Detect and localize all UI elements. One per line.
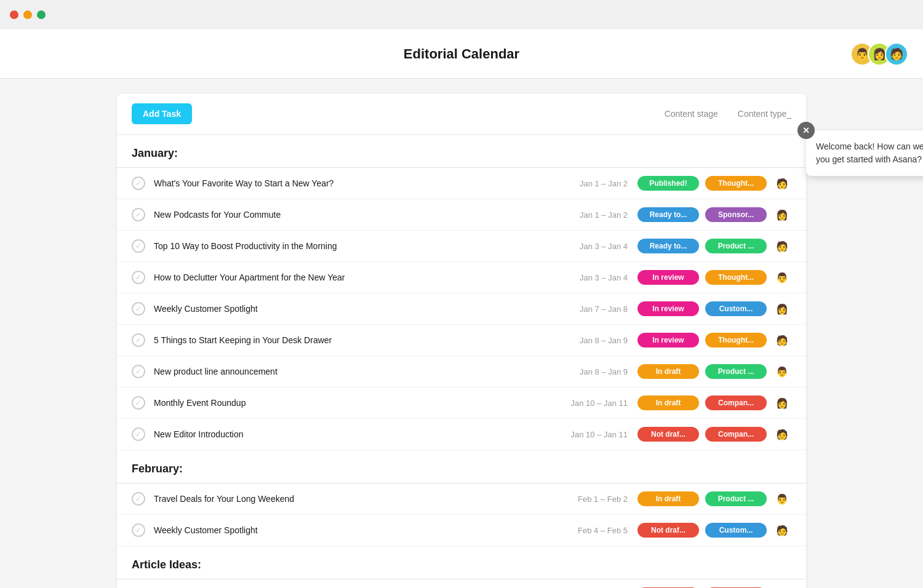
toolbar: Add Task Content stage Content type_	[117, 93, 806, 135]
task-row: ✓Monthly Event RoundupJan 10 – Jan 11In …	[117, 387, 806, 419]
task-date: Feb 1 – Feb 2	[548, 495, 628, 504]
add-task-button[interactable]: Add Task	[132, 103, 192, 124]
status-badge[interactable]: Not draf...	[637, 523, 699, 538]
task-title: New Editor Introduction	[154, 429, 548, 439]
avatar[interactable]: 🧑	[773, 174, 791, 193]
task-title: Monthly Event Roundup	[154, 398, 548, 408]
content-stage-filter[interactable]: Content stage	[665, 109, 718, 119]
section-header: January:	[117, 135, 806, 168]
chat-message: Welcome back! How can we help you get st…	[816, 141, 923, 164]
section-header: February:	[117, 450, 806, 483]
task-row: ✓Weekly Customer SpotlightFeb 4 – Feb 5N…	[117, 515, 806, 546]
task-row: ✓Weekly Customer SpotlightJan 7 – Jan 8I…	[117, 293, 806, 325]
section: January:✓What's Your Favorite Way to Sta…	[117, 135, 806, 450]
task-row: ✓New Podcasts for Your CommuteJan 1 – Ja…	[117, 199, 806, 231]
content-type-filter[interactable]: Content type_	[738, 109, 791, 119]
minimize-window-button[interactable]	[23, 10, 32, 19]
content-type-badge[interactable]: Thought...	[705, 176, 767, 191]
task-check-button[interactable]: ✓	[132, 302, 145, 316]
content-type-badge[interactable]: Thought...	[705, 333, 767, 348]
sections-container: January:✓What's Your Favorite Way to Sta…	[117, 135, 806, 588]
status-badge[interactable]: In draft	[637, 395, 699, 410]
avatar[interactable]: 👨	[773, 362, 791, 381]
avatar[interactable]: 🧑	[885, 42, 908, 66]
task-check-button[interactable]: ✓	[132, 208, 145, 221]
content-type-badge[interactable]: Compan...	[705, 395, 767, 410]
avatar[interactable]: 🧑	[773, 425, 791, 443]
content-type-badge[interactable]: Custom...	[705, 523, 767, 538]
avatar[interactable]: 🧑	[773, 237, 791, 255]
task-date: Jan 8 – Jan 9	[548, 367, 628, 376]
chat-popup: ✕ Welcome back! How can we help you get …	[806, 130, 923, 176]
task-check-button[interactable]: ✓	[132, 427, 145, 441]
status-badge[interactable]: Not draf...	[637, 427, 699, 442]
task-title: New product line announcement	[154, 367, 548, 376]
task-date: Jan 10 – Jan 11	[548, 399, 628, 408]
task-check-button[interactable]: ✓	[132, 333, 145, 347]
avatar[interactable]: 👨	[773, 490, 791, 508]
task-check-button[interactable]: ✓	[132, 492, 145, 506]
toolbar-filters: Content stage Content type_	[665, 109, 791, 119]
content-type-badge[interactable]: Product ...	[705, 491, 767, 506]
title-bar	[0, 0, 923, 30]
status-badge[interactable]: Published!	[637, 176, 699, 191]
task-row: ✓What's Your Favorite Way to Start a New…	[117, 168, 806, 199]
task-row: ✓Travel Deals for Your Long WeekendFeb 1…	[117, 483, 806, 515]
task-title: Travel Deals for Your Long Weekend	[154, 494, 548, 504]
status-badge[interactable]: In review	[637, 333, 699, 348]
avatar[interactable]: 🧑	[773, 521, 791, 539]
task-title: What's Your Favorite Way to Start a New …	[154, 178, 548, 188]
content-type-badge[interactable]: Thought...	[705, 270, 767, 285]
avatar[interactable]: 👩	[773, 394, 791, 412]
content-type-badge[interactable]: Sponsor...	[705, 207, 767, 222]
close-chat-button[interactable]: ✕	[797, 122, 815, 139]
status-badge[interactable]: Ready to...	[637, 239, 699, 253]
task-row: ✓5 Things to Start Keeping in Your Desk …	[117, 325, 806, 356]
task-row: ✓How to Declutter Your Apartment for the…	[117, 262, 806, 293]
content-type-badge[interactable]: Compan...	[705, 427, 767, 442]
maximize-window-button[interactable]	[37, 10, 46, 19]
avatar[interactable]: 👩	[773, 586, 791, 588]
close-window-button[interactable]	[10, 10, 18, 19]
status-badge[interactable]: In review	[637, 301, 699, 316]
section: February:✓Travel Deals for Your Long Wee…	[117, 450, 806, 546]
task-title: 5 Things to Start Keeping in Your Desk D…	[154, 335, 548, 345]
content-type-badge[interactable]: Product ...	[705, 239, 767, 253]
task-check-button[interactable]: ✓	[132, 177, 145, 190]
task-title: Weekly Customer Spotlight	[154, 304, 548, 314]
task-title: Weekly Customer Spotlight	[154, 525, 548, 535]
status-badge[interactable]: In review	[637, 270, 699, 285]
task-row: ✓New product line announcementJan 8 – Ja…	[117, 356, 806, 387]
status-badge[interactable]: In draft	[637, 491, 699, 506]
task-check-button[interactable]: ✓	[132, 365, 145, 378]
status-badge[interactable]: Ready to...	[637, 207, 699, 222]
page-title: Editorial Calendar	[404, 46, 519, 62]
task-check-button[interactable]: ✓	[132, 523, 145, 537]
task-date: Jan 8 – Jan 9	[548, 336, 628, 345]
avatar[interactable]: 👩	[773, 205, 791, 224]
content-panel: Add Task Content stage Content type_ Jan…	[117, 93, 806, 588]
status-badge[interactable]: In draft	[637, 364, 699, 379]
app-header: Editorial Calendar 👨 👩 🧑	[0, 30, 923, 79]
content-type-badge[interactable]: Custom...	[705, 301, 767, 316]
task-title: New Podcasts for Your Commute	[154, 210, 548, 220]
task-row: ✓New Editor IntroductionJan 10 – Jan 11N…	[117, 419, 806, 450]
avatar[interactable]: 👩	[773, 300, 791, 318]
user-avatars: 👨 👩 🧑	[850, 42, 908, 66]
traffic-lights	[10, 10, 46, 19]
main-content: Add Task Content stage Content type_ Jan…	[0, 79, 923, 588]
task-check-button[interactable]: ✓	[132, 396, 145, 410]
task-row: ✓Top 10 Way to Boost Productivity in the…	[117, 231, 806, 262]
avatar[interactable]: 👨	[773, 268, 791, 287]
task-check-button[interactable]: ✓	[132, 271, 145, 284]
content-type-badge[interactable]: Product ...	[705, 364, 767, 379]
section-header: Article Ideas:	[117, 546, 806, 579]
task-date: Jan 7 – Jan 8	[548, 304, 628, 314]
task-date: Feb 4 – Feb 5	[548, 526, 628, 535]
avatar[interactable]: 🧑	[773, 331, 791, 349]
task-date: Jan 10 – Jan 11	[548, 430, 628, 439]
task-check-button[interactable]: ✓	[132, 239, 145, 253]
task-date: Jan 1 – Jan 2	[548, 210, 628, 220]
task-date: Jan 3 – Jan 4	[548, 273, 628, 282]
task-row: ✓Which Industry Leaders Should You Be Fo…	[117, 579, 806, 588]
